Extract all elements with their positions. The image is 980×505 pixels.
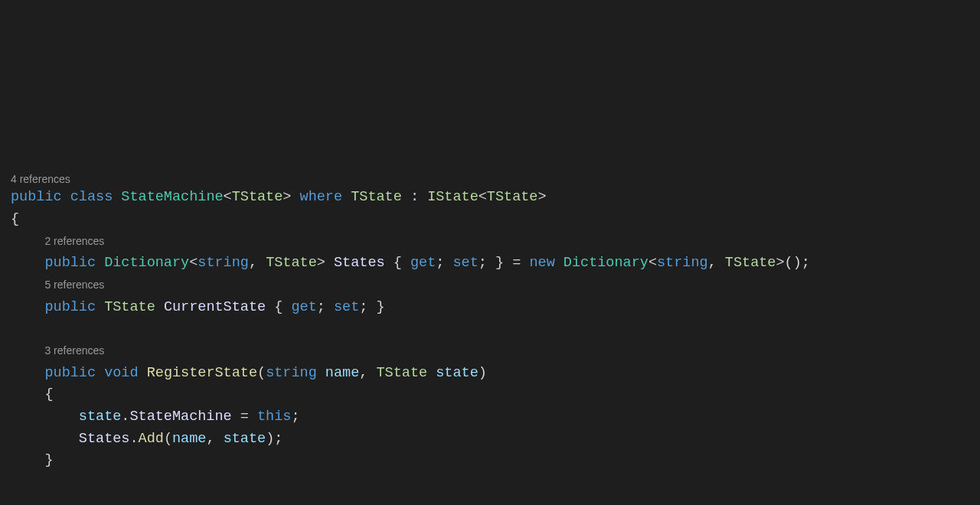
space <box>419 189 427 205</box>
space <box>113 189 121 205</box>
space <box>368 365 376 381</box>
code-line-open-brace[interactable]: { <box>11 209 980 231</box>
method-registerstate: RegisterState <box>147 365 257 381</box>
paren-open: ( <box>164 431 172 447</box>
space <box>317 365 325 381</box>
keyword-set: set <box>334 299 359 315</box>
comma: , <box>359 365 368 381</box>
semicolon: ; <box>802 255 810 271</box>
space <box>96 365 104 381</box>
space <box>717 255 725 271</box>
space <box>257 255 266 271</box>
angle-close: > <box>283 189 291 205</box>
brace-open: { <box>394 255 402 271</box>
keyword-string: string <box>198 255 249 271</box>
angle-open: < <box>224 189 232 205</box>
property-states: States <box>79 431 130 447</box>
type-param-tstate: TState <box>266 255 317 271</box>
space <box>427 365 436 381</box>
keyword-new: new <box>529 255 554 271</box>
space <box>385 255 394 271</box>
space <box>232 409 240 425</box>
colon: : <box>410 189 419 205</box>
paren-close: ) <box>479 365 487 381</box>
space <box>155 299 164 315</box>
space <box>555 255 564 271</box>
code-line-method-close-brace[interactable]: } <box>11 450 980 472</box>
keyword-public: public <box>44 299 96 315</box>
type-param-tstate: TState <box>725 255 776 271</box>
space <box>215 431 224 447</box>
method-add: Add <box>139 431 164 447</box>
codelens-class-references[interactable]: 4 references <box>11 172 980 187</box>
brace-open: { <box>44 386 53 402</box>
space <box>283 299 291 315</box>
param-name: name <box>172 431 206 447</box>
keyword-where: where <box>300 189 343 205</box>
brace-open: { <box>274 299 283 315</box>
angle-open: < <box>648 255 657 271</box>
type-param-tstate: TState <box>104 299 155 315</box>
space <box>249 409 257 425</box>
code-line-codelens-states[interactable]: 2 references <box>11 231 980 253</box>
space <box>291 189 299 205</box>
space <box>487 255 495 271</box>
type-param-tstate: TState <box>232 189 283 205</box>
param-state: state <box>436 365 479 381</box>
semicolon: ; <box>291 409 299 425</box>
brace-close: } <box>44 452 53 468</box>
keyword-this: this <box>257 409 291 425</box>
property-currentstate: CurrentState <box>164 299 266 315</box>
code-line-states-add[interactable]: States.Add(name, state); <box>11 428 980 451</box>
semicolon: ; <box>359 299 368 315</box>
paren-open: ( <box>257 365 266 381</box>
code-line-registerstate-method[interactable]: public void RegisterState(string name, T… <box>11 363 980 385</box>
code-line-blank[interactable] <box>11 318 980 340</box>
space <box>96 299 104 315</box>
codelens-currentstate-references[interactable]: 5 references <box>44 279 104 291</box>
keyword-string: string <box>266 365 317 381</box>
angle-open: < <box>189 255 198 271</box>
paren-close: ) <box>266 431 274 447</box>
code-line-class-decl[interactable]: public class StateMachine<TState> where … <box>11 187 980 209</box>
brace-close: } <box>377 299 385 315</box>
interface-istate: IState <box>427 189 479 205</box>
type-param-tstate: TState <box>377 365 428 381</box>
space <box>96 255 104 271</box>
property-states: States <box>334 255 385 271</box>
angle-close: > <box>317 255 325 271</box>
type-dictionary: Dictionary <box>104 255 189 271</box>
code-line-states-prop[interactable]: public Dictionary<string, TState> States… <box>11 252 980 275</box>
code-line-codelens-registerstate[interactable]: 3 references <box>11 340 980 363</box>
code-line-currentstate-prop[interactable]: public TState CurrentState { get; set; } <box>11 297 980 319</box>
space <box>521 255 529 271</box>
keyword-get: get <box>291 299 316 315</box>
semicolon: ; <box>317 299 325 315</box>
semicolon: ; <box>479 255 487 271</box>
space <box>504 255 512 271</box>
comma: , <box>206 431 214 447</box>
space <box>402 255 410 271</box>
property-statemachine: StateMachine <box>129 409 231 425</box>
space <box>368 299 376 315</box>
code-line-state-statemachine[interactable]: state.StateMachine = this; <box>11 406 980 428</box>
angle-open: < <box>479 189 487 205</box>
semicolon: ; <box>274 431 283 447</box>
code-editor[interactable]: 4 referencespublic class StateMachine<TS… <box>11 172 980 472</box>
keyword-public: public <box>44 365 96 381</box>
space <box>342 189 351 205</box>
code-line-codelens-currentstate[interactable]: 5 references <box>11 275 980 297</box>
space <box>62 189 70 205</box>
comma: , <box>708 255 717 271</box>
codelens-registerstate-references[interactable]: 3 references <box>44 344 104 357</box>
codelens-states-references[interactable]: 2 references <box>44 235 104 247</box>
code-line-method-open-brace[interactable]: { <box>11 384 980 406</box>
space <box>325 299 334 315</box>
keyword-public: public <box>11 189 62 205</box>
space <box>266 299 274 315</box>
dot: . <box>121 409 129 425</box>
brace-open: { <box>11 211 19 227</box>
brace-close: } <box>495 255 504 271</box>
space <box>139 365 147 381</box>
type-param-tstate: TState <box>351 189 402 205</box>
